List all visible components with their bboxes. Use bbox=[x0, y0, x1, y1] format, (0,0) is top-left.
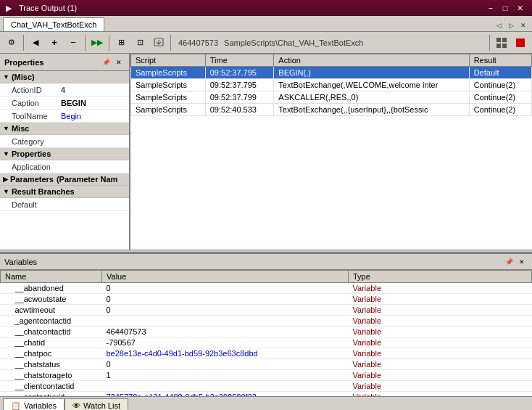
prop-group-parameters[interactable]: ▶ Parameters (Parameter Nam bbox=[0, 173, 129, 186]
prop-row-toolname: ToolName Begin bbox=[0, 110, 129, 123]
var-value: 0 bbox=[102, 283, 349, 294]
script-table-row[interactable]: SampleScripts 09:52:37.795 TextBotExchan… bbox=[131, 79, 532, 91]
col-script: Script bbox=[131, 54, 206, 67]
prop-row-actionid: ActionID 4 bbox=[0, 83, 129, 97]
title-bar-title: Trace Output (1) bbox=[19, 4, 77, 12]
col-result: Result bbox=[469, 54, 531, 67]
tab-next-button[interactable]: ▷ bbox=[505, 20, 517, 31]
variables-table-wrapper[interactable]: Name Value Type __abandoned 0 Variable _… bbox=[0, 270, 532, 396]
panel-header-controls: 📌 ✕ bbox=[100, 57, 125, 68]
title-bar: ▶ Trace Output (1) − □ ✕ bbox=[0, 0, 532, 16]
properties-title: Properties bbox=[4, 58, 43, 67]
tab-nav: ◁ ▷ ✕ bbox=[493, 20, 529, 31]
script-table-row[interactable]: SampleScripts 09:52:40.533 TextBotExchan… bbox=[131, 104, 532, 116]
tab-prev-button[interactable]: ◁ bbox=[493, 20, 504, 31]
close-button[interactable]: ✕ bbox=[513, 2, 526, 14]
script-cell-script: SampleScripts bbox=[131, 79, 206, 91]
script-table-header: Script Time Action Result bbox=[131, 54, 532, 67]
vars-table-row: __chatpoc be28e13e-c4d0-49d1-bd59-92b3e6… bbox=[1, 348, 532, 359]
prop-group-misc2[interactable]: ▼ Misc bbox=[0, 123, 129, 135]
back-button[interactable]: ◀ bbox=[27, 34, 44, 52]
prop-name-category: Category bbox=[12, 137, 61, 146]
maximize-button[interactable]: □ bbox=[499, 2, 512, 14]
settings-button[interactable]: ⚙ bbox=[3, 34, 20, 52]
script-cell-script: SampleScripts bbox=[131, 104, 206, 116]
vars-table-row: __chatstorageto 1 Variable bbox=[1, 370, 532, 381]
var-value: -790567 bbox=[102, 337, 349, 348]
script-cell-script: SampleScripts bbox=[131, 67, 206, 79]
script-cell-result: Continue(2) bbox=[469, 91, 531, 104]
add-button[interactable]: + bbox=[46, 34, 63, 52]
parameters-hint: (Parameter Nam bbox=[57, 175, 117, 184]
grid2-button[interactable]: ⊡ bbox=[131, 34, 149, 52]
grid-button[interactable]: ⊞ bbox=[112, 34, 130, 52]
run-button[interactable]: ▶▶ bbox=[88, 34, 106, 52]
var-type: Variable bbox=[349, 305, 532, 316]
script-table-row[interactable]: SampleScripts 09:52:37.795 BEGIN(,) Defa… bbox=[131, 67, 532, 79]
var-value bbox=[102, 381, 349, 392]
tab-bar: Chat_VAH_TextBotExch ◁ ▷ ✕ bbox=[0, 16, 532, 32]
view-button[interactable] bbox=[493, 34, 510, 52]
var-name: __abandoned bbox=[1, 283, 102, 294]
prop-group-result[interactable]: ▼ Result Branches bbox=[0, 186, 129, 198]
prop-name-application: Application bbox=[12, 163, 61, 171]
remove-button[interactable]: − bbox=[65, 34, 82, 52]
script-cell-action: BEGIN(,) bbox=[274, 67, 469, 79]
content-area: Properties 📌 ✕ ▼ (Misc) ActionID 4 Capti… bbox=[0, 54, 532, 250]
toolbar-sep-4 bbox=[170, 35, 171, 51]
var-value: 1 bbox=[102, 370, 349, 381]
prop-name-caption: Caption bbox=[12, 99, 61, 107]
vars-table-row: _agentcontactid Variable bbox=[1, 316, 532, 327]
var-type: Variable bbox=[349, 337, 532, 348]
var-name: __chatstorageto bbox=[1, 370, 102, 381]
var-name: __chatcontactid bbox=[1, 327, 102, 337]
var-name: __chatid bbox=[1, 337, 102, 348]
col-type: Type bbox=[349, 271, 532, 283]
vars-table-row: __acwoutstate 0 Variable bbox=[1, 294, 532, 305]
vars-table-row: __abandoned 0 Variable bbox=[1, 283, 532, 294]
script-cell-time: 09:52:37.799 bbox=[205, 91, 274, 104]
prop-name-default: Default bbox=[12, 200, 61, 209]
download-button[interactable] bbox=[150, 34, 167, 52]
script-table-row[interactable]: SampleScripts 09:52:37.799 ASKCALLER(,RE… bbox=[131, 91, 532, 104]
prop-value-caption: BEGIN bbox=[61, 99, 86, 107]
vars-table-row: __chatcontactid 464407573 Variable bbox=[1, 327, 532, 337]
var-type: Variable bbox=[349, 294, 532, 305]
tab-variables[interactable]: 📋 Variables bbox=[3, 398, 65, 410]
script-table-wrapper[interactable]: Script Time Action Result SampleScripts … bbox=[130, 54, 532, 250]
bottom-tabs: 📋 Variables 👁 Watch List bbox=[0, 396, 532, 410]
prop-group-misc[interactable]: ▼ (Misc) bbox=[0, 71, 129, 83]
vars-table-row: __clientcontactid Variable bbox=[1, 381, 532, 392]
script-cell-time: 09:52:40.533 bbox=[205, 104, 274, 116]
tab-watchlist[interactable]: 👁 Watch List bbox=[65, 398, 128, 410]
var-name: __acwoutstate bbox=[1, 294, 102, 305]
tab-chat-vah[interactable]: Chat_VAH_TextBotExch bbox=[3, 17, 104, 31]
variables-panel: Variables 📌 ✕ Name Value Type __abandone… bbox=[0, 253, 532, 410]
col-value: Value bbox=[102, 271, 349, 283]
prop-group-properties[interactable]: ▼ Properties bbox=[0, 148, 129, 160]
script-table: Script Time Action Result SampleScripts … bbox=[130, 54, 532, 116]
watch-tab-icon: 👁 bbox=[72, 401, 80, 410]
vars-table-header: Name Value Type bbox=[1, 271, 532, 283]
tab-close-button[interactable]: ✕ bbox=[518, 20, 529, 31]
group-parameters-label: Parameters bbox=[10, 175, 54, 184]
panel-pin-button[interactable]: 📌 bbox=[100, 57, 112, 68]
group-properties-label: Properties bbox=[12, 149, 51, 158]
stop-icon bbox=[516, 38, 525, 47]
group-misc-label: (Misc) bbox=[12, 73, 35, 81]
arrow-properties: ▼ bbox=[3, 150, 9, 157]
minimize-button[interactable]: − bbox=[484, 2, 497, 14]
col-name: Name bbox=[1, 271, 102, 283]
vars-pin-button[interactable]: 📌 bbox=[503, 256, 515, 268]
vars-close-button[interactable]: ✕ bbox=[516, 256, 528, 268]
col-time: Time bbox=[205, 54, 274, 67]
col-action: Action bbox=[274, 54, 469, 67]
panel-close-button[interactable]: ✕ bbox=[113, 57, 125, 68]
stop-button[interactable] bbox=[512, 34, 529, 52]
var-value: be28e13e-c4d0-49d1-bd59-92b3e63c8dbd bbox=[102, 348, 349, 359]
prop-name-toolname: ToolName bbox=[12, 112, 61, 120]
svg-rect-4 bbox=[496, 44, 501, 48]
arrow-misc: ▼ bbox=[3, 73, 9, 81]
var-value: 0 bbox=[102, 359, 349, 370]
script-cell-result: Default bbox=[469, 67, 531, 79]
